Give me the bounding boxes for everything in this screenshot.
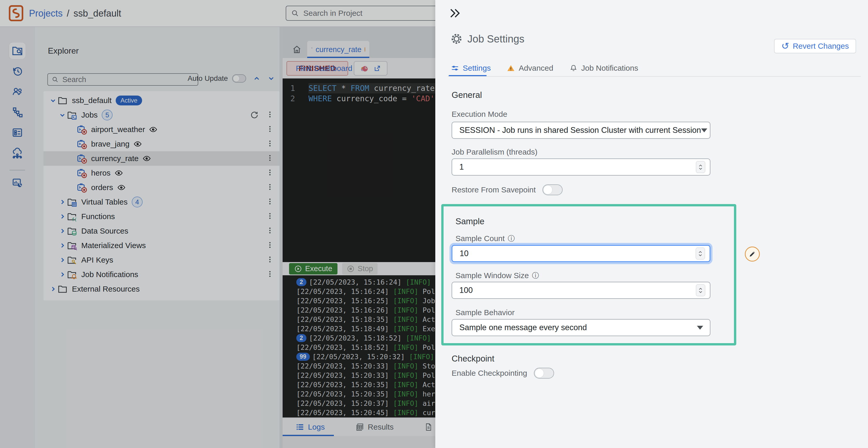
tree-item-data-sources[interactable]: Data Sources xyxy=(43,224,279,238)
tree-item-heros[interactable]: heros xyxy=(43,166,279,180)
log-line: [22/05/2023, 15:18:49] [INFO] Executi xyxy=(296,324,435,333)
tab-label: currency_rate xyxy=(315,45,361,54)
kebab-menu-icon[interactable] xyxy=(266,198,274,206)
kebab-menu-icon[interactable] xyxy=(266,111,274,119)
sample-count-input[interactable]: 10 xyxy=(452,245,710,262)
kebab-menu-icon[interactable] xyxy=(266,270,274,279)
log-line: [22/05/2023, 15:20:35] [INFO] heros l xyxy=(296,389,435,398)
stop-button[interactable]: Stop xyxy=(342,263,378,274)
tab-settings[interactable]: Settings xyxy=(451,64,491,72)
kebab-menu-icon[interactable] xyxy=(266,140,274,148)
enable-checkpointing-toggle[interactable] xyxy=(534,368,554,379)
chevron-right-icon[interactable] xyxy=(58,212,67,221)
tree-item-api-keys[interactable]: API Keys xyxy=(43,253,279,267)
tree-item-ssb-default[interactable]: ssb_defaultActive xyxy=(43,93,279,108)
kebab-menu-icon[interactable] xyxy=(266,241,274,250)
kebab-menu-icon[interactable] xyxy=(266,256,274,264)
auto-update-toggle[interactable] xyxy=(232,74,246,83)
chevron-right-icon[interactable] xyxy=(49,285,58,293)
log-level: [INFO] xyxy=(393,409,418,417)
chevron-right-icon[interactable] xyxy=(58,270,67,279)
tree-item-label: currency_rate xyxy=(91,154,138,163)
search-in-project-input[interactable]: Search in Project xyxy=(286,6,441,21)
tab-results[interactable]: Results xyxy=(355,423,394,431)
results-tabbar: LogsResultsEvents xyxy=(279,417,435,436)
chevron-down-icon[interactable] xyxy=(49,96,58,105)
rail-item-cloud-network-icon[interactable] xyxy=(9,145,26,161)
revert-changes-button[interactable]: ↺ Revert Changes xyxy=(774,39,856,53)
table-icon xyxy=(355,423,364,431)
tree-item-job-notifications[interactable]: Job Notifications xyxy=(43,267,279,282)
kebab-menu-icon[interactable] xyxy=(266,169,274,177)
kebab-menu-icon[interactable] xyxy=(266,212,274,221)
tree-item-materialized-views[interactable]: Materialized Views xyxy=(43,238,279,253)
eye-icon[interactable] xyxy=(117,183,125,191)
flink-dashboard-button[interactable]: Flink Dashboard xyxy=(354,61,388,76)
chevron-down-icon[interactable] xyxy=(58,111,67,119)
number-stepper[interactable] xyxy=(696,161,705,173)
sql-editor[interactable]: 1SELECT * FROM currency_rates_fak2WHERE … xyxy=(279,79,435,262)
eye-icon[interactable] xyxy=(143,154,151,162)
tree-item-virtual-tables[interactable]: Virtual Tables4 xyxy=(43,195,279,209)
rail-item-lineage-icon[interactable] xyxy=(9,104,26,120)
job-parallelism-input[interactable]: 1 xyxy=(452,158,710,176)
rail-item-explorer-search-icon[interactable] xyxy=(9,42,26,59)
panel-splitter[interactable] xyxy=(279,27,283,448)
explorer-title: Explorer xyxy=(48,46,79,56)
chevron-right-icon[interactable] xyxy=(58,241,67,250)
auto-update-label: Auto Update xyxy=(188,74,228,83)
log-timestamp: [22/05/2023, 15:18:49] xyxy=(296,325,393,333)
tree-item-external-resources[interactable]: External Resources xyxy=(43,282,279,296)
rail-item-forms-icon[interactable] xyxy=(9,124,26,141)
tab-events[interactable]: Events xyxy=(424,423,435,431)
chevron-right-icon[interactable] xyxy=(58,198,67,206)
eye-icon[interactable] xyxy=(133,140,142,148)
info-icon[interactable]: ⓘ xyxy=(532,271,539,280)
eye-icon[interactable] xyxy=(149,125,157,133)
log-message: Polling xyxy=(418,371,435,379)
number-stepper[interactable] xyxy=(695,247,705,260)
tab-logs[interactable]: Logs xyxy=(296,423,325,431)
chevron-right-icon[interactable] xyxy=(58,227,67,235)
rail-item-users-icon[interactable] xyxy=(9,83,26,100)
kebab-menu-icon[interactable] xyxy=(266,227,274,235)
breadcrumb-projects-link[interactable]: Projects xyxy=(29,8,63,19)
rail-item-history-icon[interactable] xyxy=(9,63,26,80)
tab-job-notifications[interactable]: Job Notifications xyxy=(569,64,638,72)
tab-home[interactable] xyxy=(286,41,307,58)
tab-currency-rate[interactable]: currency_rate xyxy=(307,41,369,58)
tree-item-functions[interactable]: f()Functions xyxy=(43,209,279,224)
chevron-up-icon[interactable] xyxy=(253,74,260,82)
kebab-menu-icon[interactable] xyxy=(266,183,274,192)
tree-item-orders[interactable]: orders xyxy=(43,180,279,195)
kebab-menu-icon[interactable] xyxy=(266,154,274,163)
eye-icon[interactable] xyxy=(115,169,123,177)
sample-behavior-select[interactable]: Sample one message every second xyxy=(452,319,710,336)
info-icon[interactable]: ⓘ xyxy=(508,234,515,243)
chevron-right-icon[interactable] xyxy=(58,256,67,264)
logs-output[interactable]: 2[22/05/2023, 15:16:24] [INFO] cur[22/05… xyxy=(279,275,435,417)
log-level: [INFO] xyxy=(406,334,431,342)
tree-item-airport-weather[interactable]: airport_weather xyxy=(43,122,279,137)
tab-advanced[interactable]: Advanced xyxy=(507,64,553,72)
collapse-panel-button[interactable] xyxy=(448,7,461,20)
sample-window-size-input[interactable]: 100 xyxy=(452,282,710,299)
execution-mode-select[interactable]: SESSION - Job runs in shared Session Clu… xyxy=(452,122,710,139)
restore-from-savepoint-toggle[interactable] xyxy=(542,184,563,195)
edit-sample-count-button[interactable] xyxy=(745,246,760,262)
rail-item-monitoring-icon[interactable] xyxy=(9,175,26,191)
select-caret-icon xyxy=(701,128,707,132)
chevron-down-icon[interactable] xyxy=(267,74,275,82)
explorer-search-input[interactable]: Search xyxy=(48,73,198,86)
top-header-bar: Projects / ssb_default Search in Project xyxy=(0,0,435,27)
tree-item-currency-rate[interactable]: currency_rate xyxy=(43,151,279,166)
log-count-badge: 2 xyxy=(296,278,306,286)
ssb-logo[interactable] xyxy=(9,5,23,21)
refresh-icon[interactable] xyxy=(250,111,259,119)
kebab-menu-icon[interactable] xyxy=(266,125,274,134)
number-stepper[interactable] xyxy=(696,284,705,296)
log-level: [INFO] xyxy=(393,325,418,333)
execute-button[interactable]: Execute xyxy=(289,263,338,274)
tree-item-jobs[interactable]: Jobs5 xyxy=(43,108,279,122)
tree-item-brave-jang[interactable]: brave_jang xyxy=(43,137,279,151)
